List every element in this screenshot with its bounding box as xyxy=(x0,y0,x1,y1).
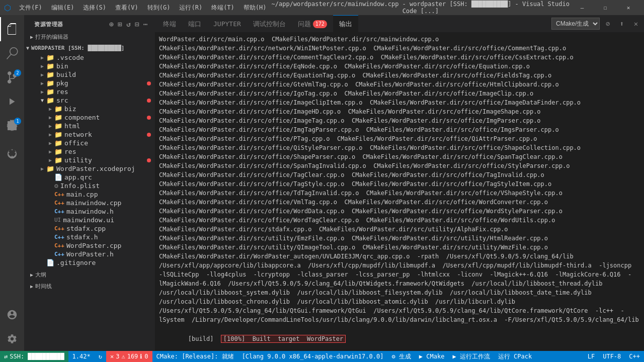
tab-debug-console[interactable]: 调试控制台 xyxy=(247,15,292,33)
tree-item-office[interactable]: ▶ 📁 office xyxy=(24,139,155,147)
statusbar-cpack[interactable]: 运行 CPack xyxy=(494,351,536,362)
root-section[interactable]: ▼ WORDPASTER [SSH: ██████████] xyxy=(24,43,155,53)
activity-search[interactable] xyxy=(0,41,24,65)
tree-item-mainwindow-cpp[interactable]: C++ mainwindow.cpp xyxy=(24,199,155,207)
titlebar-app-icons: ⬡ xyxy=(4,3,11,13)
maximize-panel-icon[interactable]: ⬆ xyxy=(616,18,628,30)
menu-help[interactable]: 帮助(H) xyxy=(239,3,271,13)
statusbar-clang[interactable]: [Clang 9.0.0 x86_64-apple-darwin17.0.0] xyxy=(238,351,388,362)
tree-item-wordpaster-cpp[interactable]: C++ WordPaster.cpp xyxy=(24,241,155,250)
tree-item-network[interactable]: ▶ 📁 network xyxy=(24,130,155,139)
output-filter-select[interactable]: CMake/生成 xyxy=(551,18,600,30)
item-label: mainwindow.ui xyxy=(63,216,114,224)
tab-jupyter[interactable]: JUPYTER xyxy=(207,15,247,33)
tree-item-component[interactable]: ▶ 📁 component xyxy=(24,113,155,122)
tree-item-info-plist[interactable]: ⚙ Info.plist xyxy=(24,182,155,190)
activity-run[interactable] xyxy=(0,89,24,114)
tree-item-stdafx-h[interactable]: C++ stdafx.h xyxy=(24,233,155,241)
activity-extensions[interactable]: 1 xyxy=(0,114,24,138)
refresh-icon[interactable]: ↺ xyxy=(125,19,132,29)
statusbar-version[interactable]: 1.42* xyxy=(68,351,95,362)
close-button[interactable]: ✕ xyxy=(617,0,640,15)
statusbar-errors[interactable]: ✕ 3 ⚠ 169 ℹ 0 xyxy=(106,351,152,362)
sidebar-header-icons: ⊕ ⊞ ↺ ⊟ ⋯ xyxy=(108,19,149,29)
tree-item-biz[interactable]: ▶ 📁 biz xyxy=(24,105,155,113)
item-label: WordPaster.xcodeproj xyxy=(56,165,135,172)
tree-item-xcodeproj[interactable]: ▶ 📁 WordPaster.xcodeproj xyxy=(24,164,155,173)
chevron-icon: ▶ xyxy=(46,123,54,129)
item-label: network xyxy=(64,131,92,138)
statusbar-ssh[interactable]: ⇄ SSH: ██████████ xyxy=(0,351,68,362)
tree-item-html[interactable]: ▶ 📁 html xyxy=(24,122,155,130)
panel-tabs: 终端 端口 JUPYTER 调试控制台 问题 172 输出 CMake/生成 xyxy=(155,15,644,33)
collapse-all-icon[interactable]: ⊟ xyxy=(134,19,140,29)
tree-item-bin[interactable]: ▶ 📁 bin xyxy=(24,62,155,70)
tree-item-pkg[interactable]: ▶ 📁 pkg xyxy=(24,79,155,87)
tree-item-src[interactable]: ▼ 📁 src xyxy=(24,96,155,105)
statusbar-encoding[interactable]: UTF-8 xyxy=(599,351,625,362)
statusbar-sync[interactable]: ↻ xyxy=(95,351,106,362)
open-editors-section[interactable]: ▶ 打开的编辑器 xyxy=(24,31,155,43)
menu-edit[interactable]: 编辑(E) xyxy=(47,3,78,13)
tab-output[interactable]: 输出 xyxy=(333,15,358,33)
statusbar-cmake-status[interactable]: CMake: [Release]: 就绪 xyxy=(152,351,238,362)
tree-item-gitignore[interactable]: 📄 .gitignore xyxy=(24,258,155,267)
outline-section[interactable]: ▶ 大纲 xyxy=(24,269,155,281)
open-editors-chevron: ▶ xyxy=(30,34,33,40)
tab-ports[interactable]: 端口 xyxy=(182,15,207,33)
timeline-section[interactable]: ▶ 时间线 xyxy=(24,281,155,292)
new-file-icon[interactable]: ⊕ xyxy=(108,19,115,29)
maximize-button[interactable]: ☐ xyxy=(594,0,617,15)
tab-problems[interactable]: 问题 172 xyxy=(292,15,333,33)
tree-item-src-res[interactable]: ▶ 📁 res xyxy=(24,147,155,156)
item-label: .gitignore xyxy=(56,259,96,266)
more-actions-icon[interactable]: ⋯ xyxy=(142,19,149,29)
tree-item-vscode[interactable]: ▶ 📁 .vscode xyxy=(24,53,155,62)
tree-item-build[interactable]: ▶ 📁 build xyxy=(24,70,155,79)
item-label: component xyxy=(64,114,100,121)
titlebar-menu: 文件(F) 编辑(E) 选择(S) 查看(V) 转到(G) 运行(R) 终端(T… xyxy=(15,3,271,13)
tab-terminal[interactable]: 终端 xyxy=(157,15,182,33)
item-label: src xyxy=(56,97,68,104)
item-label: utility xyxy=(64,156,92,164)
output-line-main: WordPaster.dir/src/main.cpp.o CMakeFiles… xyxy=(159,35,640,324)
output-panel[interactable]: WordPaster.dir/src/main.cpp.o CMakeFiles… xyxy=(155,33,644,351)
statusbar-run-workflow[interactable]: ▶ 运行工作流 xyxy=(448,351,494,362)
tree-item-mainwindow-ui[interactable]: UI mainwindow.ui xyxy=(24,216,155,224)
item-label: res xyxy=(64,148,76,155)
new-folder-icon[interactable]: ⊞ xyxy=(117,19,123,29)
activity-settings[interactable] xyxy=(0,327,24,351)
clear-output-icon[interactable]: ⊘ xyxy=(602,18,614,30)
statusbar-lang[interactable]: C++ xyxy=(625,351,644,362)
tab-label: 终端 xyxy=(163,20,176,29)
tree-item-app-qrc[interactable]: 📄 app.qrc xyxy=(24,173,155,182)
window-title: ~/app/wordpaster/src/mainwindow.cpp - wo… xyxy=(271,1,571,15)
minimize-button[interactable]: — xyxy=(571,0,594,15)
close-panel-icon[interactable]: ✕ xyxy=(630,18,642,30)
open-editors-label: 打开的编辑器 xyxy=(35,33,68,41)
activity-source-control[interactable]: 2 xyxy=(0,65,24,89)
info-icon: ℹ xyxy=(140,353,142,360)
menu-file[interactable]: 文件(F) xyxy=(15,3,46,13)
menu-run[interactable]: 运行(R) xyxy=(175,3,206,13)
menu-terminal[interactable]: 终端(T) xyxy=(207,3,238,13)
activity-accounts[interactable] xyxy=(0,303,24,327)
lf-label: LF xyxy=(588,353,595,360)
statusbar-cmake[interactable]: ▶ CMake xyxy=(415,351,449,362)
activity-explorer[interactable] xyxy=(0,17,24,41)
activity-remote[interactable] xyxy=(0,142,24,166)
tree-item-res[interactable]: ▶ 📁 res xyxy=(24,87,155,96)
menu-goto[interactable]: 转到(G) xyxy=(143,3,175,13)
tree-item-main-cpp[interactable]: C++ main.cpp xyxy=(24,190,155,199)
tree-item-wordpaster-h[interactable]: C++ WordPaster.h xyxy=(24,250,155,258)
problems-count-badge: 172 xyxy=(313,20,327,28)
network-badge xyxy=(147,133,151,137)
tree-item-mainwindow-h[interactable]: C++ mainwindow.h xyxy=(24,207,155,216)
menu-select[interactable]: 选择(S) xyxy=(79,3,110,13)
statusbar-lf[interactable]: LF xyxy=(584,351,599,362)
tree-item-stdafx-cpp[interactable]: C++ stdafx.cpp xyxy=(24,224,155,233)
sidebar-title: 资源管理器 xyxy=(34,21,63,28)
menu-view[interactable]: 查看(V) xyxy=(111,3,142,13)
statusbar-build[interactable]: ⚙ 生成 xyxy=(387,351,415,362)
tree-item-utility[interactable]: ▶ 📁 utility xyxy=(24,156,155,164)
